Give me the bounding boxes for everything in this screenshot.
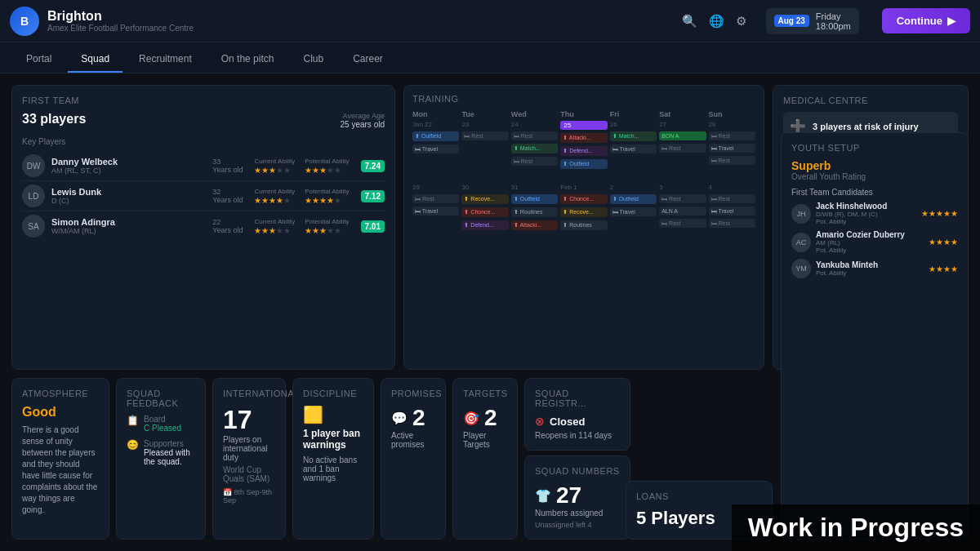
- squad-numbers-card: Squad Numbers 👕 27 Numbers assigned Unas…: [524, 455, 630, 540]
- tab-portal[interactable]: Portal: [13, 47, 65, 73]
- avatar: LD: [22, 184, 45, 207]
- discipline-warning: 1 player ban warnings: [303, 428, 363, 451]
- training-day-mon: Mon Jan 22 ⬆ Outfield 🛏 Travel: [412, 110, 459, 171]
- medical-title: Medical Centre: [783, 96, 958, 105]
- training-day-wed2: Wed 31 ⬆ Outfield ⬆ Routines ⬆ Attacki..…: [511, 173, 558, 232]
- avatar: SA: [22, 215, 45, 238]
- discipline-title: Discipline: [303, 389, 363, 398]
- promise-icon: 💬: [391, 411, 408, 426]
- discipline-card: Discipline 🟨 1 player ban warnings No ac…: [292, 378, 374, 540]
- training-day-sun: Sun 28 🛏 Rest 🛏 Travel 🛏 Rest: [709, 110, 755, 171]
- training-title: Training: [412, 94, 755, 104]
- targets-label: Player Targets: [463, 431, 507, 449]
- training-day-sun2: Sun 4 🛏 Rest 🛏 Travel 🛏 Rest: [709, 173, 755, 232]
- squad-registration-card: Squad Registr... ⊗ Closed Reopens in 114…: [524, 378, 630, 451]
- player-info: Danny Welbeck AM (RL, ST, C): [51, 157, 206, 175]
- youth-candidate: JH Jack Hinshelwood D/WB (R), DM, M (C) …: [791, 202, 958, 225]
- player-info: Simon Adingra W/M/AM (RL): [51, 217, 206, 235]
- date-badge: Aug 23: [774, 15, 809, 27]
- training-day-tue2: Tue 30 ⬆ Recove... ⬆ Chonce... ⬆ Defend.…: [461, 173, 508, 232]
- squad-numbers-count: 27: [556, 482, 581, 509]
- tab-recruitment[interactable]: Recruitment: [126, 47, 205, 73]
- search-icon[interactable]: 🔍: [682, 14, 697, 29]
- rating-badge: 7.12: [361, 190, 385, 202]
- player-pos: W/M/AM (RL): [51, 227, 206, 235]
- alert-text: 3 players at risk of injury: [813, 122, 919, 131]
- candidate-name: Jack Hinshelwood: [816, 202, 916, 211]
- club-name: Brighton: [47, 9, 194, 24]
- intl-dates: 📅 8th Sep-9th Sep: [223, 488, 275, 504]
- rating-badge: 7.01: [361, 220, 385, 233]
- squad-reg-status-label: Closed: [550, 415, 585, 428]
- target-icon: 🎯: [463, 411, 479, 426]
- promises-title: Promises: [391, 389, 435, 398]
- atmosphere-rating: Good: [22, 405, 99, 420]
- continue-button[interactable]: Continue ▶: [882, 8, 970, 33]
- youth-candidate: YM Yankuba Minteh Pot. Ability ★★★★: [791, 259, 958, 278]
- squad-reg-title: Squad Registr...: [535, 389, 620, 408]
- avg-age: Average Age 25 years old: [341, 112, 385, 129]
- gear-icon[interactable]: ⚙: [736, 14, 746, 29]
- yellow-card-icon: 🟨: [303, 405, 363, 424]
- training-day-sat: Sat 27 BON A 🛏 Rest: [659, 110, 706, 171]
- training-day-sat2: Sat 3 🛏 Rest ALN A 🛏 Rest: [659, 173, 706, 232]
- feedback-board: 📋 Board C Pleased: [127, 415, 195, 433]
- tab-squad[interactable]: Squad: [68, 47, 122, 73]
- squad-reg-status: ⊗ Closed: [535, 415, 620, 428]
- intl-label: Players on international duty: [223, 435, 275, 462]
- youth-setup-card: Youth Setup Superb Overall Youth Rating …: [781, 132, 969, 540]
- training-day-fri: Fri 26 ⬆ Match... 🛏 Travel: [610, 110, 657, 171]
- player-pos: AM (RL, ST, C): [51, 167, 206, 175]
- top-icons: 🔍 🌐 ⚙ Aug 23 Friday 18:00pm Continue ▶: [682, 8, 970, 34]
- promises-label: Active promises: [391, 431, 435, 449]
- player-row: DW Danny Welbeck AM (RL, ST, C) 33Years …: [22, 151, 385, 181]
- candidate-name: Yankuba Minteh: [816, 260, 924, 269]
- globe-icon[interactable]: 🌐: [709, 14, 724, 29]
- training-day-fri2: Fri 2 ⬆ Outfield 🛏 Travel: [610, 173, 657, 232]
- training-day-wed: Wed 24 🛏 Rest ⬆ Match... 🛏 Rest: [511, 110, 558, 171]
- squad-numbers-label: Numbers assigned: [535, 509, 620, 518]
- candidate-stars: ★★★★: [929, 238, 958, 247]
- feedback-title: Squad Feedback: [127, 389, 195, 408]
- logo-area: B Brighton Amex Elite Football Performan…: [10, 7, 194, 36]
- training-day-thu2: Thu Feb 1 ⬆ Chonce... ⬆ Recove... ⬆ Rout…: [560, 173, 607, 232]
- avatar: YM: [791, 259, 811, 278]
- training-day-thu: Thu 25 ⬆ Attacki... ⬆ Defend... ⬆ Outfie…: [560, 110, 607, 171]
- intl-competition: World Cup Quals (SAM): [223, 465, 275, 483]
- avatar: JH: [791, 204, 811, 224]
- discipline-detail: No active bans and 1 ban warnings: [303, 455, 363, 482]
- first-team-title: First Team: [22, 96, 385, 105]
- shirt-icon: 👕: [535, 488, 551, 504]
- feedback-supporters: 😊 Supporters Pleased with the squad.: [127, 439, 195, 466]
- squad-numbers-title: Squad Numbers: [535, 466, 620, 476]
- youth-rating-label: Overall Youth Rating: [791, 172, 958, 181]
- atmosphere-title: Atmosphere: [22, 389, 99, 398]
- tab-career[interactable]: Career: [340, 47, 396, 73]
- youth-candidates-label: First Team Candidates: [791, 188, 958, 197]
- training-day-mon2: Mon 29 🛏 Rest 🛏 Travel: [412, 173, 459, 232]
- candidate-name: Amario Cozier Duberry: [816, 230, 924, 239]
- player-name: Simon Adingra: [51, 217, 206, 227]
- candidate-stars: ★★★★: [929, 264, 958, 273]
- date-time: Friday 18:00pm: [816, 11, 851, 31]
- nav-tabs: Portal Squad Recruitment On the pitch Cl…: [0, 42, 980, 73]
- promises-card: Promises 💬 2 Active promises: [381, 378, 446, 540]
- tab-on-the-pitch[interactable]: On the pitch: [208, 47, 287, 73]
- rating-badge: 7.24: [361, 160, 385, 172]
- candidate-stars: ★★★★★: [921, 209, 958, 218]
- squad-reg-reopen: Reopens in 114 days: [535, 431, 620, 440]
- first-team-header: 33 players Average Age 25 years old: [22, 112, 385, 129]
- player-row: SA Simon Adingra W/M/AM (RL) 22Years old…: [22, 211, 385, 241]
- targets-title: Targets: [463, 389, 507, 398]
- promises-count: 2: [412, 405, 425, 431]
- wip-watermark: Work in Progress: [732, 504, 980, 551]
- training-day-tue: Tue 23 🛏 Rest: [461, 110, 508, 171]
- tab-club[interactable]: Club: [290, 47, 336, 73]
- player-count: 33 players: [22, 112, 86, 127]
- club-subtitle: Amex Elite Football Performance Centre: [47, 24, 194, 33]
- candidate-pos: AM (RL): [816, 239, 924, 247]
- candidate-pos: D/WB (R), DM, M (C): [816, 211, 916, 218]
- loans-title: Loans: [636, 491, 762, 501]
- intl-count: 17: [223, 405, 275, 435]
- atmosphere-desc: There is a good sense of unity between t…: [22, 424, 99, 516]
